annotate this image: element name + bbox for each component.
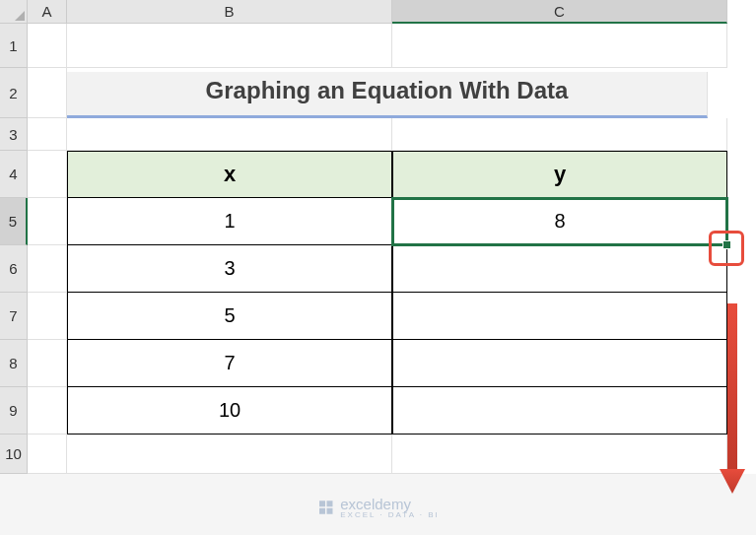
watermark: exceldemy EXCEL · DATA · BI (316, 496, 440, 519)
cell-c6[interactable] (392, 245, 727, 293)
cell-b5[interactable]: 1 (67, 198, 392, 245)
cell-a2[interactable] (28, 68, 67, 118)
annotation-highlight-box (709, 231, 744, 266)
cell-c8[interactable] (392, 340, 727, 387)
svg-rect-0 (727, 303, 737, 471)
cell-a4[interactable] (28, 151, 67, 198)
cell-a3[interactable] (28, 118, 67, 151)
cell-b9[interactable]: 10 (67, 387, 392, 435)
cell-a9[interactable] (28, 387, 67, 435)
watermark-icon (316, 499, 334, 516)
header-x[interactable]: x (67, 151, 392, 198)
cell-a6[interactable] (28, 245, 67, 293)
row-header-8[interactable]: 8 (0, 340, 28, 387)
row-header-3[interactable]: 3 (0, 118, 28, 151)
cell-a1[interactable] (28, 24, 67, 68)
cell-b8[interactable]: 7 (67, 340, 392, 387)
cell-c1[interactable] (392, 24, 727, 68)
cell-b7[interactable]: 5 (67, 293, 392, 340)
cell-b10[interactable] (67, 435, 392, 474)
cell-a8[interactable] (28, 340, 67, 387)
annotation-arrow-down (718, 303, 747, 496)
row-header-9[interactable]: 9 (0, 387, 28, 435)
cell-c5-value: 8 (554, 210, 565, 233)
column-header-b[interactable]: B (67, 0, 392, 24)
cell-c7[interactable] (392, 293, 727, 340)
select-all-corner[interactable] (0, 0, 28, 24)
row-header-6[interactable]: 6 (0, 245, 28, 293)
title-cell[interactable]: Graphing an Equation With Data (67, 72, 708, 118)
watermark-sub: EXCEL · DATA · BI (340, 510, 440, 519)
spreadsheet-grid: A B C 1 2 Graphing an Equation With Data… (0, 0, 756, 474)
cell-a5[interactable] (28, 198, 67, 245)
cell-c10[interactable] (392, 435, 727, 474)
cell-a7[interactable] (28, 293, 67, 340)
cell-a10[interactable] (28, 435, 67, 474)
cell-b3[interactable] (67, 118, 392, 151)
header-y[interactable]: y (392, 151, 727, 198)
column-header-c[interactable]: C (392, 0, 727, 24)
cell-c3[interactable] (392, 118, 727, 151)
row-header-4[interactable]: 4 (0, 151, 28, 198)
cell-b1[interactable] (67, 24, 392, 68)
row-header-5[interactable]: 5 (0, 198, 28, 245)
cell-c9[interactable] (392, 387, 727, 435)
row-header-1[interactable]: 1 (0, 24, 28, 68)
cell-c5-selected[interactable]: 8 (392, 198, 727, 245)
row-header-2[interactable]: 2 (0, 68, 28, 118)
row-header-10[interactable]: 10 (0, 435, 28, 474)
cell-b6[interactable]: 3 (67, 245, 392, 293)
column-header-a[interactable]: A (28, 0, 67, 24)
row-header-7[interactable]: 7 (0, 293, 28, 340)
